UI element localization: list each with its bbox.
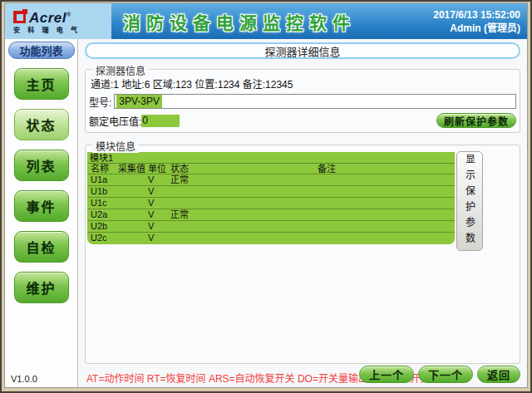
col-status: 状态 xyxy=(170,164,318,174)
detector-info-line: 通道:1 地址:6 区域:123 位置:1234 备注:12345 xyxy=(89,76,516,91)
cell-value xyxy=(118,174,148,185)
table-header-row: 名称 采集值 单位 状态 备注 xyxy=(87,164,455,174)
cell-name: U1c xyxy=(91,198,118,209)
cell-value xyxy=(118,221,148,232)
sidebar-item-selfcheck[interactable]: 自检 xyxy=(14,231,69,263)
cell-name: U2c xyxy=(91,233,118,244)
brand-text: Acrel xyxy=(29,10,66,26)
cell-name: U1a xyxy=(91,174,118,185)
sidebar-item-status[interactable]: 状态 xyxy=(14,109,69,140)
app-window: Acrel® 安 科 瑞 电 气 消防设备电源监控软件 2017/6/13 15… xyxy=(0,0,532,393)
cell-status xyxy=(170,198,318,209)
col-unit: 单位 xyxy=(148,164,170,174)
table-row[interactable]: U1a V 正常 xyxy=(87,174,455,186)
cell-unit: V xyxy=(148,221,170,232)
cell-note xyxy=(318,174,455,185)
col-name: 名称 xyxy=(91,164,118,174)
model-value: 3PV-3PV xyxy=(116,95,162,108)
cell-status xyxy=(170,221,318,232)
next-button[interactable]: 下一个 xyxy=(418,366,473,383)
cell-note xyxy=(318,209,455,220)
cell-unit: V xyxy=(148,209,170,220)
cell-unit: V xyxy=(148,198,170,209)
module-title-bar: 模块1 xyxy=(87,152,455,164)
sidebar-item-maintenance[interactable]: 维护 xyxy=(14,272,69,303)
cell-status: 正常 xyxy=(170,174,318,185)
acrel-logo-icon xyxy=(13,11,26,23)
current-user: Admin (管理员) xyxy=(450,22,520,35)
cell-name: U1b xyxy=(91,186,118,197)
app-title: 消防设备电源监控软件 xyxy=(111,3,433,39)
rated-voltage-label: 额定电压值: xyxy=(89,114,141,128)
detector-info-group: 探测器信息 通道:1 地址:6 区域:123 位置:1234 备注:12345 … xyxy=(85,69,520,133)
table-row[interactable]: U1c V xyxy=(87,198,455,209)
page-title: 探测器详细信息 xyxy=(85,42,520,59)
cell-value xyxy=(118,186,148,197)
cell-note xyxy=(318,233,455,244)
cell-name: U2a xyxy=(91,209,118,220)
cell-note xyxy=(318,198,455,209)
table-row[interactable]: U2b V xyxy=(87,221,455,233)
table-row[interactable]: U2a V 正常 xyxy=(87,209,455,221)
sidebar-item-home[interactable]: 主页 xyxy=(14,68,69,100)
detector-group-label: 探测器信息 xyxy=(92,63,149,77)
sidebar: 功能列表 主页 状态 列表 事件 自检 维护 V1.0.0 xyxy=(5,39,78,387)
return-button[interactable]: 返回 xyxy=(477,366,520,383)
cell-status xyxy=(170,186,318,197)
cell-unit: V xyxy=(148,186,170,197)
brand-name: Acrel® xyxy=(29,8,71,24)
cell-status xyxy=(170,233,318,244)
model-label: 型号: xyxy=(89,95,111,109)
sidebar-item-list[interactable]: 列表 xyxy=(14,150,69,181)
cell-value xyxy=(118,209,148,220)
col-note: 备注 xyxy=(318,164,455,174)
previous-button[interactable]: 上一个 xyxy=(359,366,414,383)
logo-block: Acrel® 安 科 瑞 电 气 xyxy=(5,3,111,39)
rated-voltage-value[interactable]: 0 xyxy=(141,115,180,127)
header-info: 2017/6/13 15:52:00 Admin (管理员) xyxy=(433,3,527,39)
show-protection-params-button[interactable]: 显示保护参数 xyxy=(456,151,483,251)
cell-unit: V xyxy=(148,174,170,185)
cell-unit: V xyxy=(148,233,170,244)
table-row[interactable]: U2c V xyxy=(87,233,455,244)
cell-note xyxy=(318,186,455,197)
col-value: 采集值 xyxy=(118,164,148,174)
model-field[interactable]: 3PV-3PV xyxy=(114,94,516,109)
header: Acrel® 安 科 瑞 电 气 消防设备电源监控软件 2017/6/13 15… xyxy=(5,3,527,39)
sidebar-header: 功能列表 xyxy=(8,42,75,59)
datetime: 2017/6/13 15:52:00 xyxy=(433,8,520,22)
sidebar-item-events[interactable]: 事件 xyxy=(14,190,69,222)
table-row[interactable]: U1b V xyxy=(87,186,455,198)
module-info-group: 模块信息 模块1 名称 采集值 单位 状态 备注 U1a xyxy=(85,145,520,364)
cell-name: U2b xyxy=(91,221,118,232)
module-group-label: 模块信息 xyxy=(92,139,139,153)
module-table: 模块1 名称 采集值 单位 状态 备注 U1a V 正常 xyxy=(87,152,455,244)
window-inner: Acrel® 安 科 瑞 电 气 消防设备电源监控软件 2017/6/13 15… xyxy=(4,2,528,388)
cell-status: 正常 xyxy=(170,209,318,220)
refresh-protection-params-button[interactable]: 刷新保护参数 xyxy=(436,113,516,128)
version-label: V1.0.0 xyxy=(11,374,37,384)
brand-registered-mark: ® xyxy=(66,12,71,17)
cell-value xyxy=(118,198,148,209)
main-panel: 探测器详细信息 探测器信息 通道:1 地址:6 区域:123 位置:1234 备… xyxy=(78,39,527,387)
cell-value xyxy=(118,233,148,244)
cell-note xyxy=(318,221,455,232)
brand-subtitle: 安 科 瑞 电 气 xyxy=(13,25,111,34)
footer-bar: AT=动作时间 RT=恢复时间 ARS=自动恢复开关 DO=开关量输出 PS=保… xyxy=(85,364,520,386)
